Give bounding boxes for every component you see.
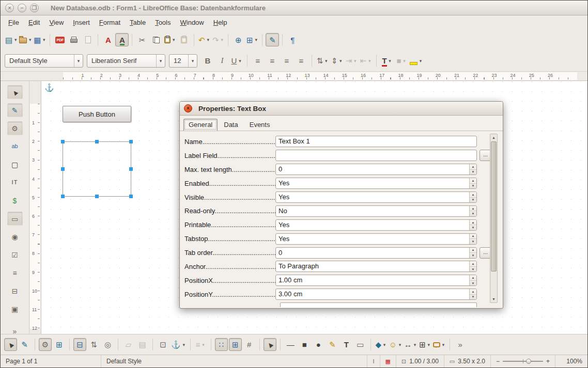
position-size-button[interactable]: ⊡ bbox=[157, 338, 169, 351]
option-button-tool[interactable]: ◉ bbox=[7, 230, 23, 244]
resize-handle-ne[interactable] bbox=[129, 140, 133, 143]
menu-item[interactable]: Tools bbox=[150, 17, 175, 28]
dropdown-caret-icon[interactable]: ▾ bbox=[427, 342, 431, 347]
add-field-button[interactable]: ⊟ bbox=[73, 338, 86, 351]
spin-down-icon[interactable]: ▼ bbox=[470, 295, 476, 300]
tab-general[interactable]: General bbox=[183, 119, 218, 131]
insert-rectangle-button[interactable]: ■ bbox=[298, 338, 311, 351]
toolbar-overflow-button[interactable]: » bbox=[454, 338, 467, 351]
design-mode-button[interactable]: ✎ bbox=[266, 33, 279, 46]
zoom-thumb[interactable] bbox=[526, 359, 531, 364]
cursor-position-indicator[interactable]: ⊡1.00 / 3.00 bbox=[396, 355, 444, 367]
align-center-button[interactable]: ≡ bbox=[266, 54, 279, 68]
tab-events[interactable]: Events bbox=[244, 119, 275, 131]
object-size-indicator[interactable]: ▭3.50 x 2.0 bbox=[444, 355, 491, 367]
resize-handle-w[interactable] bbox=[61, 167, 65, 171]
dropdown-caret-icon[interactable]: ▾ bbox=[413, 342, 417, 347]
font-size-combo[interactable]: 12▾ bbox=[169, 54, 197, 68]
flowchart-button[interactable]: ⊞▾ bbox=[419, 338, 431, 351]
dialog-close-button[interactable]: × bbox=[184, 104, 192, 113]
display-grid-button[interactable]: ∷ bbox=[215, 338, 228, 351]
formatted-field-tool[interactable]: $ bbox=[7, 194, 23, 207]
page-indicator[interactable]: Page 1 of 1 bbox=[1, 355, 101, 367]
visible-field[interactable]: Yes▲▼ bbox=[275, 191, 477, 203]
dialog-titlebar[interactable]: × Properties: Text Box bbox=[180, 102, 503, 116]
spin-up-icon[interactable]: ▲ bbox=[470, 261, 476, 267]
group-box-tool[interactable]: ▢ bbox=[7, 157, 23, 171]
change-anchor-button[interactable]: ⚓▾ bbox=[171, 338, 187, 351]
tab-order-field[interactable]: 0▲▼ bbox=[275, 247, 477, 259]
spin-down-icon[interactable]: ▼ bbox=[470, 253, 476, 258]
menu-item[interactable]: Format bbox=[95, 17, 125, 28]
window-maximize-button[interactable]: ❐ bbox=[30, 4, 39, 12]
menu-item[interactable]: View bbox=[44, 17, 68, 28]
export-pdf-button[interactable]: PDF bbox=[53, 33, 67, 46]
tab-data[interactable]: Data bbox=[219, 119, 243, 131]
menu-item[interactable]: Help bbox=[209, 17, 232, 28]
menu-item[interactable]: Window bbox=[175, 17, 208, 28]
control-wizards-button[interactable]: ⚙ bbox=[39, 338, 52, 351]
activation-order-button[interactable]: ⇅ bbox=[87, 338, 100, 351]
dropdown-caret-icon[interactable]: ▾ bbox=[13, 37, 18, 42]
spinner-buttons[interactable]: ▲▼ bbox=[469, 178, 476, 188]
scroll-down-icon[interactable]: ▼ bbox=[490, 296, 497, 302]
highlight-color-button[interactable]: ▾ bbox=[409, 54, 423, 68]
spin-up-icon[interactable]: ▲ bbox=[470, 234, 476, 239]
italic-button[interactable]: I bbox=[215, 54, 229, 68]
dropdown-caret-icon[interactable]: ▾ bbox=[206, 37, 210, 42]
insert-mode-indicator[interactable]: I bbox=[367, 355, 380, 367]
save-indicator[interactable]: ▦ bbox=[380, 355, 396, 367]
toolbar-overflow-button[interactable]: » bbox=[7, 324, 23, 338]
insert-text-box-button[interactable]: T bbox=[340, 338, 353, 351]
menu-item[interactable]: File bbox=[4, 17, 24, 28]
new-form-button[interactable]: ▤▾ bbox=[5, 33, 18, 46]
spinner-buttons[interactable]: ▲▼ bbox=[469, 275, 476, 285]
max-text-length-field[interactable]: 0▲▼ bbox=[275, 164, 477, 175]
spin-down-icon[interactable]: ▼ bbox=[470, 184, 476, 189]
resize-handle-s[interactable] bbox=[95, 195, 99, 198]
push-button-control[interactable]: Push Button bbox=[63, 106, 131, 122]
bold-button[interactable]: B bbox=[201, 54, 214, 68]
spinner-buttons[interactable]: ▲▼ bbox=[469, 261, 476, 271]
resize-handle-sw[interactable] bbox=[61, 195, 65, 198]
name-field[interactable]: Text Box 1 bbox=[275, 136, 477, 147]
window-minimize-button[interactable]: − bbox=[18, 4, 26, 12]
spin-down-icon[interactable]: ▼ bbox=[470, 267, 476, 272]
align-right-button[interactable]: ≡ bbox=[280, 54, 293, 68]
print-button[interactable] bbox=[67, 33, 81, 46]
dropdown-caret-icon[interactable]: ▾ bbox=[42, 37, 46, 42]
spin-up-icon[interactable]: ▲ bbox=[470, 248, 476, 253]
zoom-in-button[interactable]: + bbox=[546, 358, 550, 365]
menu-item[interactable]: Insert bbox=[68, 17, 95, 28]
spinner-buttons[interactable]: ▲▼ bbox=[469, 248, 476, 258]
spin-up-icon[interactable]: ▲ bbox=[470, 275, 476, 281]
spin-down-icon[interactable]: ▼ bbox=[470, 198, 476, 203]
anchor-field[interactable]: To Paragraph▲▼ bbox=[275, 261, 477, 272]
spin-up-icon[interactable]: ▲ bbox=[470, 206, 476, 212]
formatting-marks-button[interactable]: ¶ bbox=[286, 33, 299, 46]
dropdown-caret-icon[interactable]: ▾ bbox=[398, 342, 402, 347]
read-only-field[interactable]: No▲▼ bbox=[275, 205, 477, 217]
zoom-track[interactable] bbox=[503, 361, 543, 362]
printable-field[interactable]: Yes▲▼ bbox=[275, 219, 477, 231]
menu-item[interactable]: Table bbox=[125, 17, 150, 28]
font-name-combo[interactable]: Liberation Serif▾ bbox=[87, 54, 165, 68]
vertical-ruler[interactable]: 123456789101112 bbox=[29, 81, 41, 334]
control-wizards-tool[interactable]: ⚙ bbox=[7, 121, 23, 135]
dropdown-caret-icon[interactable]: ▾ bbox=[238, 58, 242, 63]
spinner-buttons[interactable]: ▲▼ bbox=[469, 192, 476, 202]
cut-button[interactable]: ✂ bbox=[135, 33, 149, 46]
window-close-button[interactable]: × bbox=[5, 4, 14, 12]
dialog-scrollbar[interactable]: ▲ ▼ bbox=[490, 134, 498, 303]
symbol-shapes-button[interactable]: ☺▾ bbox=[389, 338, 403, 351]
paragraph-spacing-button[interactable]: ⇕▾ bbox=[330, 54, 344, 68]
align-left-button[interactable]: ≡ bbox=[251, 54, 265, 68]
spinner-buttons[interactable]: ▲▼ bbox=[469, 289, 476, 299]
freeform-line-button[interactable]: ✎ bbox=[326, 338, 339, 351]
fd-select-button[interactable]: ▲ bbox=[4, 338, 17, 351]
spinner-buttons[interactable]: ▲▼ bbox=[469, 164, 476, 174]
font-color-button[interactable]: A bbox=[101, 33, 115, 46]
open-button[interactable]: ▾ bbox=[19, 33, 33, 46]
menu-item[interactable]: Edit bbox=[24, 17, 44, 28]
label-field-field[interactable] bbox=[275, 150, 477, 161]
